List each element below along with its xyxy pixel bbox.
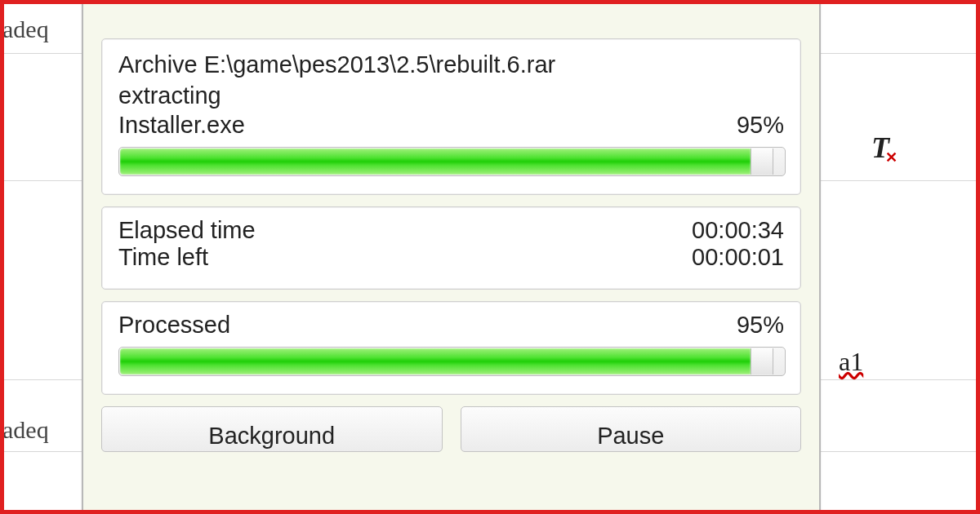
total-progress-head	[751, 348, 773, 374]
archive-path: E:\game\pes2013\2.5\rebuilt.6.rar	[204, 51, 555, 78]
current-file-name: Installer.exe	[118, 112, 245, 139]
elapsed-label: Elapsed time	[118, 217, 256, 244]
total-progress-fill	[120, 348, 751, 374]
timeleft-value: 00:00:01	[692, 244, 784, 271]
time-panel: Elapsed time 00:00:34 Time left 00:00:01	[101, 206, 801, 290]
archive-line: Archive E:\game\pes2013\2.5\rebuilt.6.ra…	[118, 49, 784, 80]
timeleft-label: Time left	[118, 244, 208, 271]
extraction-dialog: Archive E:\game\pes2013\2.5\rebuilt.6.ra…	[82, 0, 821, 514]
archive-label: Archive	[118, 51, 198, 78]
frame: adeq adeq T✕ a1 Archive E:\game\pes2013\…	[0, 0, 980, 514]
bg-text: adeq	[2, 16, 49, 43]
total-progress-bar	[118, 347, 786, 376]
file-progress-head	[751, 148, 773, 175]
file-progress-bar	[118, 147, 786, 176]
processed-percent: 95%	[737, 312, 784, 339]
elapsed-value: 00:00:34	[692, 217, 784, 244]
current-file-percent: 95%	[737, 112, 784, 139]
pause-button[interactable]: Pause	[461, 406, 802, 452]
total-progress-panel: Processed 95%	[101, 301, 801, 395]
bg-text-a1: a1	[839, 347, 863, 377]
status-line: extracting	[118, 80, 784, 111]
dialog-buttons: Background Pause	[101, 406, 801, 452]
file-progress-fill	[120, 148, 751, 175]
processed-label: Processed	[118, 312, 230, 339]
file-progress-panel: Archive E:\game\pes2013\2.5\rebuilt.6.ra…	[101, 38, 801, 195]
bg-text: adeq	[2, 416, 49, 444]
clear-formatting-icon[interactable]: T✕	[871, 131, 889, 165]
background-button[interactable]: Background	[101, 406, 443, 452]
